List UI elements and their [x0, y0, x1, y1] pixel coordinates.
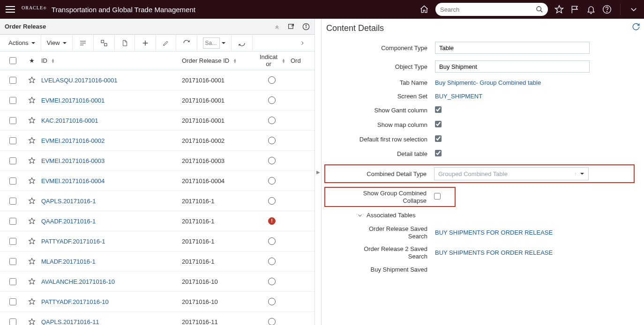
row-checkbox[interactable]	[9, 238, 16, 245]
row-checkbox[interactable]	[9, 177, 16, 185]
id-link[interactable]: PATTYADF.20171016-1	[41, 238, 182, 245]
favorites-icon[interactable]	[554, 5, 564, 14]
table-row[interactable]: QAPLS.20171016-1120171016-11	[0, 312, 315, 325]
home-icon[interactable]	[419, 5, 429, 14]
row-checkbox[interactable]	[9, 258, 16, 265]
ord-column-header[interactable]: Ord	[291, 57, 309, 64]
flag-icon[interactable]	[570, 5, 580, 14]
table-row[interactable]: QAADF.20171016-120171016-1	[0, 211, 315, 231]
table-row[interactable]: QAPLS.20171016-120171016-1	[0, 191, 315, 211]
id-link[interactable]: QAPLS.20171016-11	[41, 318, 182, 325]
star-icon[interactable]	[22, 137, 41, 144]
screen-set-link[interactable]: BUY_SHIPMENT	[435, 93, 482, 100]
table-row[interactable]: EVMEI.20171016-000120171016-0001	[0, 90, 315, 111]
id-link[interactable]: LVELASQU.20171016-0001	[41, 77, 182, 84]
view-menu[interactable]: View	[41, 35, 73, 52]
saved-search-select[interactable]	[197, 35, 232, 52]
detach-icon[interactable]	[94, 35, 115, 52]
table-row[interactable]: EVMEI.20171016-000220171016-0002	[0, 131, 315, 151]
star-icon[interactable]	[22, 76, 41, 84]
row-checkbox[interactable]	[9, 198, 16, 205]
table-row[interactable]: EVMEI.20171016-000420171016-0004	[0, 171, 315, 191]
id-column-header[interactable]: ID▲▼	[41, 57, 182, 64]
table-row[interactable]: PATTYADF.20171016-1020171016-10	[0, 292, 315, 312]
show-gantt-checkbox[interactable]	[435, 106, 442, 113]
refresh2-icon[interactable]	[232, 35, 253, 52]
select-all-checkbox[interactable]	[9, 57, 16, 64]
id-link[interactable]: EVMEI.20171016-0003	[41, 157, 182, 164]
actions-menu[interactable]: Actions	[3, 35, 41, 52]
star-icon[interactable]	[22, 157, 41, 164]
associated-link[interactable]: BUY SHIPMENTS FOR ORDER RELEASE	[435, 229, 553, 236]
show-group-collapse-checkbox[interactable]	[434, 193, 441, 199]
star-icon[interactable]	[22, 298, 41, 305]
help-icon[interactable]	[602, 5, 612, 14]
star-icon[interactable]	[22, 217, 41, 225]
menu-icon[interactable]	[6, 6, 15, 13]
component-type-input[interactable]	[435, 42, 590, 54]
search-icon[interactable]	[536, 6, 543, 13]
global-search[interactable]	[435, 3, 548, 16]
row-checkbox[interactable]	[9, 97, 16, 104]
id-link[interactable]: EVMEI.20171016-0001	[41, 97, 182, 104]
popout-icon[interactable]	[287, 23, 295, 30]
star-icon[interactable]	[22, 237, 41, 245]
table-row[interactable]: MLADF.20171016-120171016-1	[0, 251, 315, 272]
star-icon[interactable]	[22, 96, 41, 104]
row-checkbox[interactable]	[9, 77, 16, 84]
favorite-column-header[interactable]: ★	[22, 57, 41, 64]
reset-icon[interactable]	[632, 22, 640, 32]
id-link[interactable]: QAPLS.20171016-1	[41, 198, 182, 205]
row-checkbox[interactable]	[9, 318, 16, 325]
id-link[interactable]: EVMEI.20171016-0002	[41, 137, 182, 144]
star-icon[interactable]	[22, 278, 41, 285]
refresh-icon[interactable]	[176, 35, 197, 52]
row-checkbox[interactable]	[9, 117, 16, 124]
star-icon[interactable]	[22, 177, 41, 185]
format-icon[interactable]	[73, 35, 94, 52]
bell-icon[interactable]	[586, 5, 596, 14]
tab-name-link[interactable]: Buy Shipmentc- Group Combined table	[435, 79, 541, 86]
associated-tables-header[interactable]: Associated Tables	[357, 212, 635, 219]
table-row[interactable]: AVALANCHE.20171016-1020171016-10	[0, 272, 315, 292]
collapse-up-icon[interactable]	[274, 24, 280, 30]
table-row[interactable]: KAC.20171016-000120171016-0001	[0, 111, 315, 131]
associated-link[interactable]: BUY SHIPMENTS FOR ORDER RELEASE	[435, 249, 553, 256]
default-first-checkbox[interactable]	[435, 135, 442, 142]
id-link[interactable]: PATTYADF.20171016-10	[41, 298, 182, 305]
search-input[interactable]	[440, 6, 536, 13]
row-checkbox[interactable]	[9, 298, 16, 305]
row-checkbox[interactable]	[9, 137, 16, 144]
id-link[interactable]: KAC.20171016-0001	[41, 117, 182, 124]
row-checkbox[interactable]	[9, 157, 16, 164]
order-release-id-column-header[interactable]: Order Release ID▲▼	[182, 57, 253, 64]
detail-table-checkbox[interactable]	[435, 150, 442, 156]
id-link[interactable]: MLADF.20171016-1	[41, 258, 182, 265]
star-icon[interactable]	[22, 197, 41, 205]
splitter-handle[interactable]: ▶	[315, 19, 322, 325]
combined-detail-type-select[interactable]: Grouped Combined Table	[434, 167, 589, 180]
row-checkbox[interactable]	[9, 218, 16, 225]
id-link[interactable]: QAADF.20171016-1	[41, 218, 182, 225]
indicator-column-header[interactable]: Indicator▲▼	[253, 54, 291, 67]
star-icon[interactable]	[22, 318, 41, 325]
status-circle-icon	[268, 137, 276, 144]
table-row[interactable]: EVMEI.20171016-000320171016-0003	[0, 151, 315, 171]
user-menu-chevron[interactable]	[629, 5, 638, 14]
show-map-checkbox[interactable]	[435, 121, 442, 127]
star-icon[interactable]	[22, 117, 41, 124]
scroll-right-icon[interactable]	[293, 35, 312, 52]
edit-icon[interactable]	[156, 35, 176, 52]
table-row[interactable]: PATTYADF.20171016-120171016-1	[0, 231, 315, 251]
row-checkbox[interactable]	[9, 278, 16, 285]
table-row[interactable]: LVELASQU.20171016-000120171016-0001	[0, 70, 315, 90]
saved-search-input[interactable]	[203, 37, 220, 49]
document-icon[interactable]	[115, 35, 135, 52]
star-icon[interactable]	[22, 258, 41, 265]
chevron-down-icon[interactable]	[575, 173, 588, 175]
id-link[interactable]: EVMEI.20171016-0004	[41, 177, 182, 185]
info-icon[interactable]	[302, 23, 310, 30]
plus-icon[interactable]	[135, 35, 156, 52]
object-type-input[interactable]	[435, 60, 590, 73]
id-link[interactable]: AVALANCHE.20171016-10	[41, 278, 182, 285]
